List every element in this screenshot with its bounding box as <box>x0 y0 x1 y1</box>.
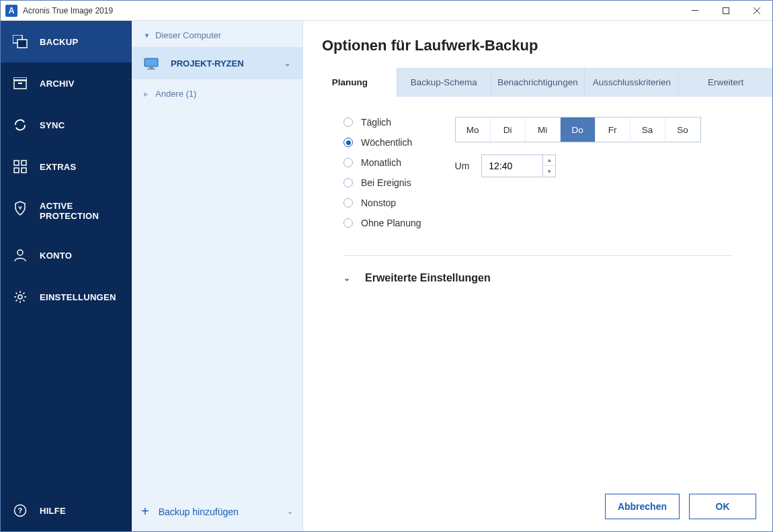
nav-item-archive[interactable]: ARCHIV <box>1 62 132 104</box>
svg-point-12 <box>18 295 22 299</box>
dialog-footer: Abbrechen OK <box>303 482 772 531</box>
nav-item-label: ARCHIV <box>40 79 75 89</box>
svg-rect-16 <box>145 59 157 66</box>
weekday-mi[interactable]: Mi <box>526 118 561 142</box>
tab-4[interactable]: Erweitert <box>679 68 772 97</box>
advanced-settings-toggle[interactable]: ⌄ Erweiterte Einstellungen <box>343 272 732 284</box>
cancel-button[interactable]: Abbrechen <box>605 494 680 519</box>
group-this-computer[interactable]: ▼ Dieser Computer <box>132 21 302 47</box>
nav-item-account[interactable]: KONTO <box>1 234 132 276</box>
tab-1[interactable]: Backup-Schema <box>397 68 491 97</box>
nav-help-label: HILFE <box>40 506 66 516</box>
page-title: Optionen für Laufwerk-Backup <box>303 21 772 68</box>
schedule-option-label: Nonstop <box>361 197 396 208</box>
backup-item-label: PROJEKT-RYZEN <box>171 58 244 69</box>
ok-button[interactable]: OK <box>689 494 756 519</box>
settings-icon <box>13 290 28 304</box>
schedule-option-4[interactable]: Nonstop <box>343 197 421 208</box>
app-icon: A <box>5 5 17 17</box>
chevron-down-icon[interactable]: ⌄ <box>284 59 290 68</box>
svg-rect-9 <box>14 168 19 173</box>
shield-icon <box>13 201 28 216</box>
svg-rect-7 <box>14 161 19 165</box>
schedule-mode-group: TäglichWöchentlichMonatlichBei EreignisN… <box>343 117 421 228</box>
time-field[interactable] <box>482 155 542 177</box>
group-other-label: Andere (1) <box>155 89 196 99</box>
chevron-right-icon: ▶ <box>144 91 149 97</box>
nav-help[interactable]: ? HILFE <box>1 490 132 531</box>
nav-item-shield[interactable]: ACTIVEPROTECTION <box>1 187 132 234</box>
nav-item-label: EINSTELLUNGEN <box>40 292 116 302</box>
advanced-settings-label: Erweiterte Einstellungen <box>365 272 491 284</box>
nav-item-label: KONTO <box>40 251 72 261</box>
svg-rect-1 <box>723 7 729 13</box>
svg-rect-18 <box>147 69 155 70</box>
backup-item-selected[interactable]: PROJEKT-RYZEN ⌄ <box>132 47 302 79</box>
tab-0[interactable]: Planung <box>303 68 397 97</box>
schedule-option-label: Ohne Planung <box>361 218 421 228</box>
nav-item-settings[interactable]: EINSTELLUNGEN <box>1 276 132 318</box>
add-backup-label: Backup hinzufügen <box>159 506 239 517</box>
backup-icon <box>13 34 28 49</box>
time-step-down[interactable]: ▼ <box>543 166 555 177</box>
tab-3[interactable]: Ausschlusskriterien <box>585 68 679 97</box>
tab-bar: PlanungBackup-SchemaBenachrichtigungenAu… <box>303 68 772 97</box>
schedule-option-label: Monatlich <box>361 157 401 168</box>
add-backup-button[interactable]: + Backup hinzufügen ⌄ <box>132 492 302 531</box>
nav-item-label: BACKUP <box>40 37 78 47</box>
svg-rect-0 <box>692 10 698 11</box>
sync-icon <box>13 118 28 132</box>
chevron-down-icon: ⌄ <box>343 273 350 283</box>
nav-item-sync[interactable]: SYNC <box>1 104 132 146</box>
extras-icon <box>13 159 28 174</box>
weekday-di[interactable]: Di <box>491 118 526 142</box>
weekday-sa[interactable]: Sa <box>630 118 665 142</box>
nav-sidebar: BACKUPARCHIVSYNCEXTRASACTIVEPROTECTIONKO… <box>1 21 132 531</box>
weekday-so[interactable]: So <box>665 118 700 142</box>
tab-2[interactable]: Benachrichtigungen <box>491 68 585 97</box>
radio-icon <box>343 138 353 147</box>
schedule-option-5[interactable]: Ohne Planung <box>343 218 421 228</box>
radio-icon <box>343 178 353 187</box>
plus-icon: + <box>141 504 149 519</box>
weekday-fr[interactable]: Fr <box>596 118 630 142</box>
account-icon <box>13 248 28 263</box>
schedule-option-2[interactable]: Monatlich <box>343 157 421 168</box>
backup-list-panel: ▼ Dieser Computer PROJEKT-RYZEN ⌄ ▶ Ande… <box>132 21 303 531</box>
svg-rect-5 <box>13 77 27 81</box>
time-step-up[interactable]: ▲ <box>543 155 555 166</box>
main-panel: Optionen für Laufwerk-Backup PlanungBack… <box>303 21 772 531</box>
window-title: Acronis True Image 2019 <box>23 6 680 15</box>
help-icon: ? <box>13 503 28 518</box>
close-button[interactable] <box>741 1 772 21</box>
nav-item-label: SYNC <box>40 120 65 130</box>
chevron-down-icon: ▼ <box>144 32 150 39</box>
maximize-button[interactable] <box>710 1 741 21</box>
minimize-button[interactable] <box>680 1 710 21</box>
schedule-option-3[interactable]: Bei Ereignis <box>343 177 421 188</box>
weekday-do[interactable]: Do <box>561 118 596 142</box>
nav-item-label: EXTRAS <box>40 162 77 172</box>
svg-text:?: ? <box>17 506 22 515</box>
schedule-option-label: Wöchentlich <box>361 137 412 148</box>
radio-icon <box>343 198 353 208</box>
schedule-option-label: Bei Ereignis <box>361 177 411 188</box>
svg-rect-3 <box>17 40 27 48</box>
time-input[interactable]: ▲ ▼ <box>481 154 556 177</box>
radio-icon <box>343 118 353 127</box>
nav-item-extras[interactable]: EXTRAS <box>1 146 132 187</box>
group-label: Dieser Computer <box>155 30 221 40</box>
schedule-option-1[interactable]: Wöchentlich <box>343 137 421 148</box>
weekday-mo[interactable]: Mo <box>456 118 491 142</box>
schedule-option-0[interactable]: Täglich <box>343 117 421 128</box>
radio-icon <box>343 158 353 167</box>
weekday-selector: MoDiMiDoFrSaSo <box>455 117 701 142</box>
nav-item-backup[interactable]: BACKUP <box>1 21 132 62</box>
group-other[interactable]: ▶ Andere (1) <box>132 79 302 108</box>
svg-rect-4 <box>14 80 26 89</box>
titlebar: A Acronis True Image 2019 <box>1 1 772 21</box>
svg-rect-8 <box>22 161 26 165</box>
chevron-down-icon[interactable]: ⌄ <box>287 507 293 516</box>
svg-rect-10 <box>22 168 26 173</box>
svg-rect-17 <box>149 67 153 69</box>
